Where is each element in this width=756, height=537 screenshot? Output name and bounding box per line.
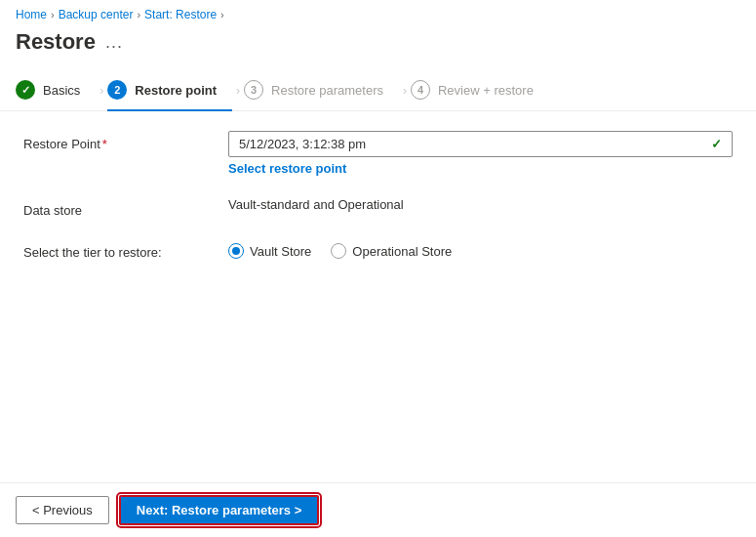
step-label-review-restore: Review + restore <box>438 83 534 98</box>
breadcrumb: Home › Backup center › Start: Restore › <box>0 0 756 25</box>
restore-point-label: Restore Point* <box>23 131 228 151</box>
restore-point-row: Restore Point* 5/12/2023, 3:12:38 pm Sel… <box>23 131 733 176</box>
wizard-steps: ✓ Basics › 2 Restore point › 3 Restore p… <box>0 70 756 111</box>
data-store-control: Vault-standard and Operational <box>228 197 733 212</box>
radio-vault-store[interactable]: Vault Store <box>228 243 311 259</box>
tier-options: Vault Store Operational Store <box>228 239 733 259</box>
data-store-value: Vault-standard and Operational <box>228 191 404 212</box>
restore-point-input[interactable]: 5/12/2023, 3:12:38 pm <box>228 131 733 157</box>
wizard-step-restore-parameters[interactable]: 3 Restore parameters <box>244 70 399 111</box>
restore-point-valid-icon <box>711 137 722 151</box>
step-label-restore-parameters: Restore parameters <box>271 83 383 98</box>
more-options-button[interactable]: ... <box>105 32 123 53</box>
radio-circle-vault-store <box>228 243 244 259</box>
breadcrumb-backup-center[interactable]: Backup center <box>59 8 134 21</box>
step-num-restore-point: 2 <box>107 80 127 100</box>
data-store-label: Data store <box>23 197 228 218</box>
breadcrumb-home[interactable]: Home <box>16 8 47 21</box>
radio-label-operational-store: Operational Store <box>352 244 452 259</box>
previous-button[interactable]: < Previous <box>16 496 109 524</box>
step-num-review-restore: 4 <box>411 80 430 100</box>
wizard-step-basics[interactable]: ✓ Basics <box>16 70 96 111</box>
radio-label-vault-store: Vault Store <box>250 244 311 259</box>
wizard-step-review-restore[interactable]: 4 Review + restore <box>411 70 549 111</box>
breadcrumb-start-restore[interactable]: Start: Restore <box>144 8 217 21</box>
required-star: * <box>102 137 107 151</box>
wizard-step-restore-point[interactable]: 2 Restore point <box>107 70 232 111</box>
form-area: Restore Point* 5/12/2023, 3:12:38 pm Sel… <box>0 111 756 301</box>
tier-label: Select the tier to restore: <box>23 239 228 260</box>
step-label-restore-point: Restore point <box>135 83 217 98</box>
next-button[interactable]: Next: Restore parameters > <box>119 495 319 525</box>
radio-inner-vault-store <box>232 247 240 255</box>
radio-circle-operational-store <box>331 243 346 259</box>
restore-point-control: 5/12/2023, 3:12:38 pm Select restore poi… <box>228 131 733 176</box>
step-label-basics: Basics <box>43 83 80 98</box>
tier-row: Select the tier to restore: Vault Store … <box>23 239 733 260</box>
data-store-row: Data store Vault-standard and Operationa… <box>23 197 733 218</box>
restore-point-value: 5/12/2023, 3:12:38 pm <box>239 137 366 151</box>
step-num-basics: ✓ <box>16 80 35 100</box>
tier-control: Vault Store Operational Store <box>228 239 733 259</box>
select-restore-point-link[interactable]: Select restore point <box>228 161 346 176</box>
page-title: Restore <box>16 29 96 55</box>
step-num-restore-parameters: 3 <box>244 80 263 100</box>
footer: < Previous Next: Restore parameters > <box>0 482 756 537</box>
page-header: Restore ... <box>0 25 756 70</box>
radio-operational-store[interactable]: Operational Store <box>331 243 452 259</box>
